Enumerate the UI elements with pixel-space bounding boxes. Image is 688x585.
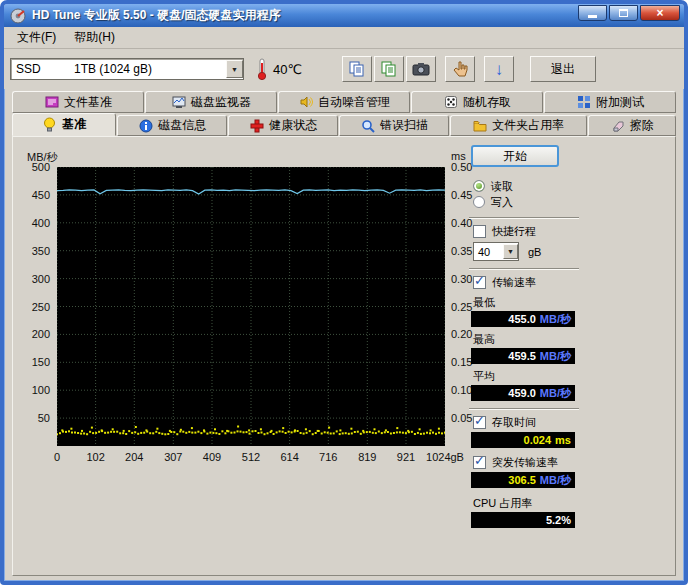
copy-results-button[interactable]	[374, 56, 404, 82]
tab-label: 磁盘信息	[158, 117, 206, 134]
drive-name: SSD	[16, 62, 74, 76]
folder-icon	[472, 118, 487, 133]
short-stroke-checkbox-row[interactable]: 快捷行程	[473, 224, 585, 239]
file-benchmark-icon	[44, 95, 59, 110]
axis-tick-label: 0	[54, 451, 60, 463]
axis-tick-label: 200	[32, 328, 50, 340]
eraser-icon	[610, 118, 625, 133]
menu-file[interactable]: 文件(F)	[8, 26, 65, 49]
avg-value: 459.0	[508, 387, 536, 399]
max-value-box: 459.5 MB/秒	[471, 348, 575, 364]
tab-benchmark[interactable]: 基准	[12, 113, 116, 136]
copy-text-button[interactable]	[342, 56, 372, 82]
menu-help[interactable]: 帮助(H)	[65, 26, 124, 49]
title-bar[interactable]: HD Tune 专业版 5.50 - 硬盘/固态硬盘实用程序 ×	[4, 4, 684, 27]
start-button[interactable]: 开始	[471, 145, 559, 167]
max-value: 459.5	[508, 350, 536, 362]
check-icon: ✓	[474, 413, 485, 428]
check-icon: ✓	[474, 273, 485, 288]
tab-erase[interactable]: 擦除	[588, 115, 676, 136]
min-value-box: 455.0 MB/秒	[471, 311, 575, 327]
minimize-button[interactable]	[578, 5, 607, 21]
separator	[469, 217, 579, 219]
magnifier-icon	[360, 118, 375, 133]
tab-label: 磁盘监视器	[191, 94, 251, 111]
checkbox-unchecked-icon[interactable]	[473, 225, 486, 238]
checkbox-checked-icon[interactable]: ✓	[473, 416, 486, 429]
axis-tick-label: 500	[32, 161, 50, 173]
exit-label: 退出	[551, 61, 575, 78]
maximize-button[interactable]	[609, 5, 638, 21]
tab-extra-tests[interactable]: 附加测试	[544, 91, 676, 113]
tab-file-benchmark[interactable]: 文件基准	[12, 91, 144, 113]
burst-unit: MB/秒	[540, 473, 571, 488]
short-stroke-unit: gB	[528, 246, 541, 258]
disk-monitor-icon	[171, 95, 186, 110]
burst-rate-checkbox-row[interactable]: ✓ 突发传输速率	[473, 455, 585, 470]
axis-tick-label: 716	[319, 451, 337, 463]
tab-label: 文件夹占用率	[492, 117, 564, 134]
tab-error-scan[interactable]: 错误扫描	[339, 115, 449, 136]
checkbox-checked-icon[interactable]: ✓	[473, 456, 486, 469]
copy-icon	[348, 60, 366, 78]
access-time-value: 0.024	[524, 434, 552, 446]
axis-tick-label: 409	[203, 451, 221, 463]
cpu-usage-value: 5.2%	[546, 514, 571, 526]
radio-selected-icon	[473, 180, 485, 192]
tab-label: 随机存取	[463, 94, 511, 111]
separator	[469, 408, 579, 410]
exit-button[interactable]: 退出	[530, 56, 596, 82]
radio-write-label: 写入	[491, 195, 513, 210]
tab-label: 擦除	[630, 117, 654, 134]
tab-folder-usage[interactable]: 文件夹占用率	[450, 115, 587, 136]
minimize-icon	[588, 15, 597, 18]
drive-capacity: 1TB (1024 gB)	[74, 62, 152, 76]
screenshot-button[interactable]	[406, 56, 436, 82]
radio-write[interactable]: 写入	[473, 194, 585, 210]
hand-icon	[452, 60, 468, 78]
benchmark-plot	[57, 167, 445, 446]
avg-unit: MB/秒	[540, 386, 571, 401]
tab-label: 文件基准	[64, 94, 112, 111]
short-stroke-select[interactable]: 40 ▼	[473, 242, 519, 261]
access-time-label: 存取时间	[492, 415, 536, 430]
radio-read[interactable]: 读取	[473, 178, 585, 194]
tab-health[interactable]: 健康状态	[228, 115, 338, 136]
start-label: 开始	[503, 148, 527, 165]
download-icon: ↓	[495, 61, 504, 78]
lightbulb-icon	[42, 117, 57, 132]
tab-disk-info[interactable]: 磁盘信息	[117, 115, 227, 136]
temperature-value: 40℃	[273, 62, 302, 77]
drive-select[interactable]: SSD 1TB (1024 gB) ▼	[10, 58, 244, 80]
radio-read-label: 读取	[491, 179, 513, 194]
benchmark-controls: 开始 读取 写入 快捷行程 40 ▼	[469, 145, 585, 528]
axis-tick-label: 250	[32, 301, 50, 313]
access-time-unit: ms	[555, 434, 571, 446]
axis-tick-label: 921	[397, 451, 415, 463]
min-label: 最低	[473, 295, 585, 310]
tab-random-access[interactable]: 随机存取	[411, 91, 543, 113]
options-button[interactable]	[445, 56, 475, 82]
avg-label: 平均	[473, 369, 585, 384]
tab-disk-monitor[interactable]: 磁盘监视器	[145, 91, 277, 113]
min-unit: MB/秒	[540, 312, 571, 327]
access-time-checkbox-row[interactable]: ✓ 存取时间	[473, 415, 585, 430]
access-time-value-box: 0.024 ms	[471, 432, 575, 448]
chevron-down-icon[interactable]: ▼	[226, 60, 243, 78]
tab-label: 基准	[62, 116, 86, 133]
health-cross-icon	[249, 118, 264, 133]
save-results-button[interactable]: ↓	[484, 56, 514, 82]
checkbox-checked-icon[interactable]: ✓	[473, 276, 486, 289]
chevron-down-icon[interactable]: ▼	[503, 244, 518, 259]
tab-auto-acoustic[interactable]: 自动噪音管理	[278, 91, 410, 113]
cpu-usage-value-box: 5.2%	[471, 512, 575, 528]
axis-tick-label: 450	[32, 189, 50, 201]
short-stroke-value: 40	[478, 246, 490, 258]
transfer-rate-checkbox-row[interactable]: ✓ 传输速率	[473, 275, 585, 290]
app-window: HD Tune 专业版 5.50 - 硬盘/固态硬盘实用程序 × 文件(F) 帮…	[0, 0, 688, 585]
close-button[interactable]: ×	[640, 5, 680, 21]
thermometer-icon	[256, 58, 268, 80]
axis-tick-label: 1024gB	[426, 451, 464, 463]
transfer-rate-label: 传输速率	[492, 275, 536, 290]
axis-tick-label: 204	[125, 451, 143, 463]
